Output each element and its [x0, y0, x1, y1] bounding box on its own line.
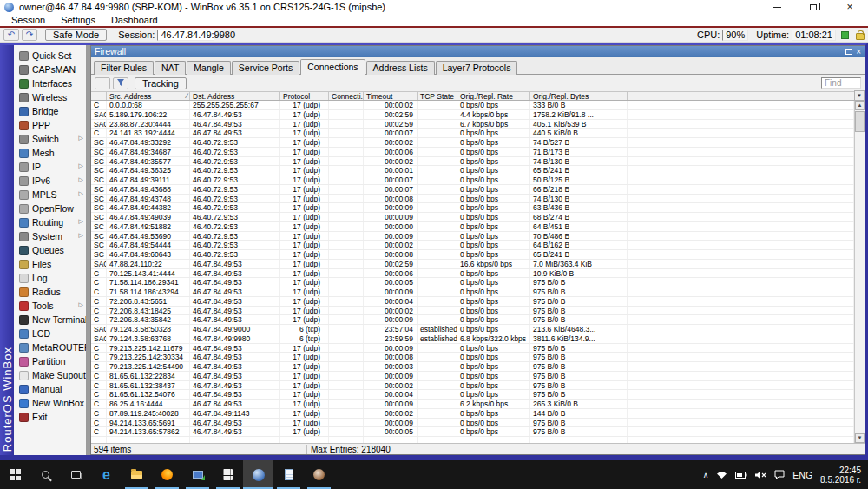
sidebar-item-ipv6[interactable]: IPv6▷	[14, 174, 86, 188]
table-row[interactable]: SC46.47.84.49:5444446.40.72.9:5317 (udp)…	[91, 241, 854, 250]
volume-muted-icon[interactable]	[755, 471, 766, 479]
sidebar-item-manual[interactable]: Manual	[14, 382, 86, 396]
sidebar-item-mpls[interactable]: MPLS▷	[14, 188, 86, 202]
taskbar-app-remote[interactable]	[182, 460, 213, 489]
close-button[interactable]: ×	[832, 0, 868, 14]
sidebar-item-radius[interactable]: Radius	[14, 285, 86, 299]
table-row[interactable]: C87.89.119.245:4002846.47.84.49:114317 (…	[91, 409, 854, 419]
sidebar-item-metarouter[interactable]: MetaROUTER	[14, 340, 86, 354]
session-value[interactable]: 46.47.84.49:9980	[157, 30, 214, 41]
action-center-icon[interactable]	[774, 470, 785, 479]
table-row[interactable]: C81.65.61.132:5407646.47.84.49:5317 (udp…	[91, 390, 854, 400]
battery-icon[interactable]	[735, 472, 747, 479]
taskbar-app-search[interactable]	[30, 460, 61, 489]
taskbar-app-gimp[interactable]	[304, 460, 334, 489]
taskbar-app-edge[interactable]: e	[91, 460, 122, 489]
filter-funnel-button[interactable]	[113, 77, 128, 89]
table-row[interactable]: C72.206.8.43:3584246.47.84.49:5317 (udp)…	[91, 315, 854, 325]
taskbar-app-calculator[interactable]	[213, 460, 243, 489]
table-row[interactable]: C0.0.0.0:68255.255.255.255:6717 (udp)00:…	[91, 101, 854, 110]
sidebar-item-exit[interactable]: Exit	[14, 410, 86, 424]
table-row[interactable]: SACd79.124.3.58:5032846.47.84.49:90006 (…	[91, 325, 854, 334]
menu-session[interactable]: Session	[3, 14, 53, 26]
sidebar-item-new-terminal[interactable]: New Terminal	[14, 313, 86, 327]
tab-nat[interactable]: NAT	[155, 61, 186, 75]
sidebar-item-quick-set[interactable]: Quick Set	[14, 49, 86, 63]
sidebar-item-ip[interactable]: IP▷	[14, 160, 86, 174]
remove-button[interactable]: −	[95, 77, 110, 89]
redo-button[interactable]: ↷	[22, 29, 37, 41]
sidebar-item-interfaces[interactable]: Interfaces	[14, 76, 86, 90]
taskbar-app-start[interactable]	[0, 460, 30, 489]
restore-button[interactable]	[795, 0, 832, 14]
table-row[interactable]: SC46.47.84.49:4374846.40.72.9:5317 (udp)…	[91, 195, 854, 204]
table-row[interactable]: SC46.47.84.49:4438246.40.72.9:5317 (udp)…	[91, 203, 854, 213]
language-indicator[interactable]: ENG	[792, 470, 812, 480]
menu-dashboard[interactable]: Dashboard	[103, 14, 166, 26]
table-row[interactable]: SC46.47.84.49:5188246.40.72.9:5317 (udp)…	[91, 222, 854, 232]
column-header-dst-address[interactable]: Dst. Address	[190, 92, 280, 100]
taskbar-clock[interactable]: 22:45 8.5.2016 г.	[820, 466, 861, 485]
table-row[interactable]: SC46.47.84.49:6064346.40.72.9:5317 (udp)…	[91, 250, 854, 260]
table-row[interactable]: C79.213.225.142:5449046.47.84.49:5317 (u…	[91, 362, 854, 372]
table-row[interactable]: C72.206.8.43:565146.47.84.49:5317 (udp)0…	[91, 297, 854, 307]
scroll-up-button[interactable]: ▲	[855, 101, 865, 110]
column-dropdown-button[interactable]: ▼	[854, 90, 865, 101]
scroll-down-button[interactable]: ▼	[855, 433, 865, 443]
sidebar-item-wireless[interactable]: Wireless	[14, 90, 86, 104]
sidebar-item-ppp[interactable]: PPP	[14, 118, 86, 132]
taskbar-app-explorer[interactable]	[122, 460, 152, 489]
column-header-orig-repl-bytes[interactable]: Orig./Repl. Bytes	[530, 92, 628, 100]
sidebar-item-partition[interactable]: Partition	[14, 354, 86, 368]
table-row[interactable]: C94.214.133.65:569146.47.84.49:5317 (udp…	[91, 419, 854, 428]
table-row-partial[interactable]	[91, 437, 854, 443]
sidebar-item-lcd[interactable]: LCD	[14, 327, 86, 340]
table-row[interactable]: C71.58.114.186:4329446.47.84.49:5317 (ud…	[91, 287, 854, 297]
tray-chevron-icon[interactable]: ∧	[703, 471, 709, 479]
tab-mangle[interactable]: Mangle	[187, 61, 230, 75]
sidebar-item-mesh[interactable]: Mesh	[14, 146, 86, 160]
table-row[interactable]: SC46.47.84.49:5369046.40.72.9:5317 (udp)…	[91, 232, 854, 241]
sidebar-item-make-supout-rif[interactable]: Make Supout.rif	[14, 368, 86, 382]
minimize-button[interactable]	[759, 0, 795, 14]
wifi-icon[interactable]	[716, 471, 727, 479]
table-row[interactable]: C81.65.61.132:2283446.47.84.49:5317 (udp…	[91, 372, 854, 381]
table-row[interactable]: C79.213.225.142:3033446.47.84.49:5317 (u…	[91, 353, 854, 362]
tab-layer7-protocols[interactable]: Layer7 Protocols	[436, 61, 518, 75]
column-header-connecti[interactable]: Connecti...	[329, 92, 364, 100]
find-input[interactable]	[821, 77, 861, 89]
table-row[interactable]: SAC79.124.3.58:6376846.47.84.49:99806 (t…	[91, 334, 854, 344]
taskbar-app-notepad[interactable]	[273, 460, 304, 489]
sidebar-item-log[interactable]: Log	[14, 271, 86, 285]
sidebar-item-bridge[interactable]: Bridge	[14, 104, 86, 118]
table-row[interactable]: C81.65.61.132:3843746.47.84.49:5317 (udp…	[91, 381, 854, 391]
sidebar-item-queues[interactable]: Queues	[14, 243, 86, 257]
table-row[interactable]: SAC5.189.179.106:2246.47.84.49:5317 (udp…	[91, 110, 854, 120]
sidebar-item-system[interactable]: System▷	[14, 229, 86, 243]
sidebar-item-capsman[interactable]: CAPsMAN	[14, 63, 86, 76]
column-header-tcp-state[interactable]: TCP State	[418, 92, 457, 100]
column-header-orig-repl-rate[interactable]: Orig./Repl. Rate	[457, 92, 530, 100]
tab-filter-rules[interactable]: Filter Rules	[94, 61, 154, 75]
table-row[interactable]: C70.125.143.41:444446.47.84.49:5317 (udp…	[91, 269, 854, 279]
sidebar-item-openflow[interactable]: OpenFlow	[14, 202, 86, 215]
column-header-flags[interactable]	[91, 92, 107, 100]
sidebar-item-files[interactable]: Files	[14, 257, 86, 271]
table-row[interactable]: SC46.47.84.49:3632546.40.72.9:5317 (udp)…	[91, 166, 854, 175]
table-row[interactable]: C72.206.8.43:1842546.47.84.49:5317 (udp)…	[91, 307, 854, 316]
sidebar-item-new-winbox[interactable]: New WinBox	[14, 396, 86, 410]
column-header-protocol[interactable]: Protocol	[280, 92, 329, 100]
table-row[interactable]: C86.25.4.16:444446.47.84.49:5317 (udp)00…	[91, 400, 854, 409]
menu-settings[interactable]: Settings	[53, 14, 103, 26]
firewall-restore-icon[interactable]	[845, 49, 852, 55]
table-row[interactable]: SC46.47.84.49:3557746.40.72.9:5317 (udp)…	[91, 157, 854, 167]
safe-mode-button[interactable]: Safe Mode	[45, 29, 107, 41]
undo-button[interactable]: ↶	[3, 29, 19, 41]
table-row[interactable]: SC46.47.84.49:3468746.40.72.9:5317 (udp)…	[91, 148, 854, 157]
scrollbar-thumb[interactable]	[855, 111, 865, 132]
table-row[interactable]: C71.58.114.186:2934146.47.84.49:5317 (ud…	[91, 278, 854, 287]
taskbar-app-winbox[interactable]	[243, 460, 273, 489]
sidebar-item-switch[interactable]: Switch▷	[14, 132, 86, 146]
table-row[interactable]: C24.141.83.192:444446.47.84.49:5317 (udp…	[91, 129, 854, 138]
table-row[interactable]: SAC23.88.87.230:444446.47.84.49:5317 (ud…	[91, 120, 854, 129]
